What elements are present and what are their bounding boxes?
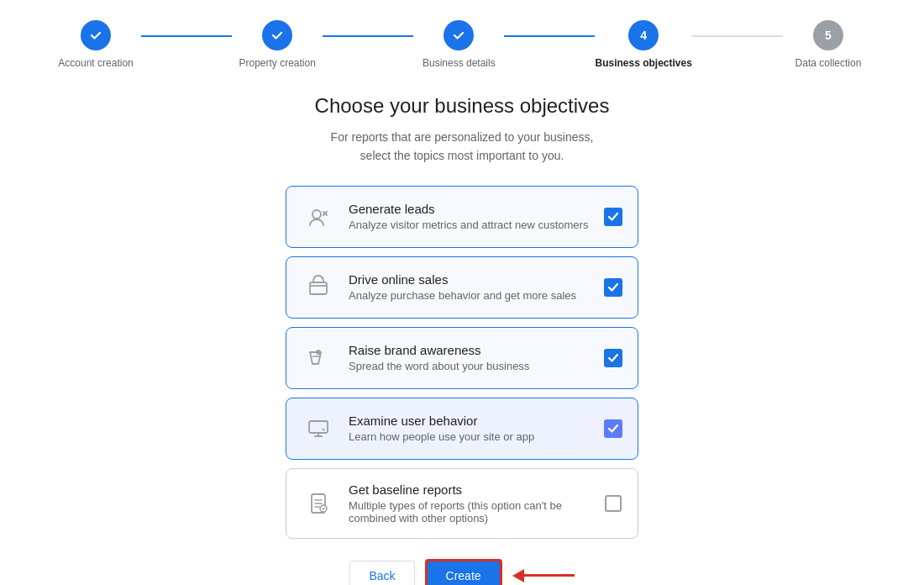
option-examine-user-behavior[interactable]: Examine user behavior Learn how people u… — [286, 398, 638, 460]
checkbox-checked-3 — [604, 349, 622, 367]
step-circle-3 — [444, 20, 474, 50]
raise-brand-awareness-text: Raise brand awareness Spread the word ab… — [349, 343, 591, 372]
step-label-2: Property creation — [239, 57, 316, 69]
option-get-baseline-reports[interactable]: Get baseline reports Multiple types of r… — [286, 468, 638, 539]
back-button[interactable]: Back — [349, 561, 414, 585]
page-title: Choose your business objectives — [315, 94, 610, 118]
generate-leads-text: Generate leads Analyze visitor metrics a… — [349, 202, 591, 231]
page-subtitle: For reports that are personalized to you… — [331, 128, 594, 166]
raise-brand-awareness-title: Raise brand awareness — [349, 343, 591, 357]
check-svg-1 — [607, 211, 619, 223]
step-property-creation: Property creation — [232, 20, 323, 69]
step-circle-2 — [262, 20, 292, 50]
step-account-creation: Account creation — [50, 20, 141, 69]
option-drive-online-sales[interactable]: Drive online sales Analyze purchase beha… — [286, 256, 638, 319]
get-baseline-reports-icon — [302, 487, 335, 520]
create-button[interactable]: Create — [425, 559, 502, 585]
connector-1 — [141, 35, 232, 37]
examine-user-behavior-desc: Learn how people use your site or app — [349, 430, 591, 443]
arrow-line — [524, 574, 575, 577]
stepper: Account creation Property creation Busin… — [0, 0, 924, 86]
options-list: Generate leads Analyze visitor metrics a… — [286, 186, 638, 539]
subtitle-line1: For reports that are personalized to you… — [331, 130, 594, 144]
drive-online-sales-checkbox[interactable] — [604, 278, 622, 297]
step-circle-4: 4 — [628, 20, 659, 50]
checkmark-icon — [89, 29, 102, 42]
generate-leads-desc: Analyze visitor metrics and attract new … — [349, 219, 591, 231]
option-generate-leads[interactable]: Generate leads Analyze visitor metrics a… — [286, 186, 638, 248]
get-baseline-reports-title: Get baseline reports — [349, 482, 591, 497]
checkbox-unchecked-5 — [605, 495, 622, 512]
step-label-4: Business objectives — [595, 57, 691, 69]
check-svg-4 — [607, 423, 619, 435]
checkmark-icon-3 — [452, 29, 465, 42]
check-svg-3 — [607, 352, 619, 364]
get-baseline-reports-text: Get baseline reports Multiple types of r… — [349, 482, 591, 524]
step-business-objectives: 4 Business objectives — [595, 20, 691, 69]
connector-2 — [323, 35, 413, 37]
step-business-details: Business details — [413, 20, 504, 69]
checkbox-checked-1 — [604, 208, 622, 226]
drive-online-sales-title: Drive online sales — [349, 272, 591, 287]
examine-user-behavior-title: Examine user behavior — [349, 414, 591, 428]
main-content: Choose your business objectives For repo… — [0, 86, 924, 585]
get-baseline-reports-desc: Multiple types of reports (this option c… — [349, 499, 591, 524]
examine-user-behavior-text: Examine user behavior Learn how people u… — [349, 414, 591, 443]
generate-leads-title: Generate leads — [349, 202, 591, 216]
step-circle-1 — [81, 20, 111, 50]
generate-leads-checkbox[interactable] — [604, 208, 622, 226]
generate-leads-icon — [302, 200, 335, 234]
checkbox-checked-2 — [604, 278, 622, 297]
drive-online-sales-desc: Analyze purchase behavior and get more s… — [349, 289, 591, 302]
raise-brand-awareness-icon — [302, 341, 335, 375]
connector-3 — [504, 35, 595, 37]
checkmark-icon-2 — [270, 29, 284, 42]
arrow-indicator — [512, 569, 575, 582]
step-data-collection: 5 Data collection — [783, 20, 874, 69]
drive-online-sales-icon — [302, 271, 335, 304]
checkbox-checked-4 — [604, 419, 622, 438]
step-label-1: Account creation — [58, 57, 133, 69]
examine-user-behavior-checkbox[interactable] — [604, 419, 622, 438]
get-baseline-reports-checkbox[interactable] — [604, 494, 622, 513]
svg-point-5 — [320, 505, 327, 512]
button-row: Back Create — [349, 559, 574, 585]
drive-online-sales-text: Drive online sales Analyze purchase beha… — [349, 272, 591, 302]
svg-point-0 — [312, 210, 321, 219]
connector-4 — [692, 35, 783, 37]
svg-rect-1 — [310, 282, 327, 294]
step-label-5: Data collection — [795, 57, 862, 69]
raise-brand-awareness-desc: Spread the word about your business — [349, 360, 591, 372]
svg-rect-3 — [309, 421, 328, 433]
option-raise-brand-awareness[interactable]: Raise brand awareness Spread the word ab… — [286, 327, 638, 389]
step-circle-5: 5 — [813, 20, 843, 50]
raise-brand-awareness-checkbox[interactable] — [604, 349, 622, 367]
arrow-head — [512, 569, 524, 582]
subtitle-line2: select the topics most important to you. — [360, 149, 564, 162]
examine-user-behavior-icon — [302, 412, 335, 445]
create-button-wrapper: Create — [425, 559, 575, 585]
step-label-3: Business details — [423, 57, 496, 69]
check-svg-2 — [607, 282, 619, 293]
